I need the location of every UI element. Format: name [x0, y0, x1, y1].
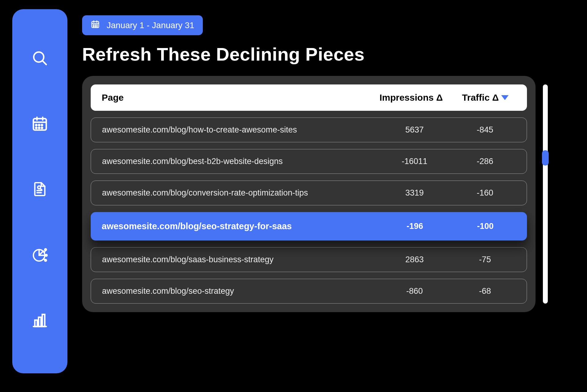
svg-point-33 [97, 24, 97, 25]
cell-impressions: 2863 [375, 255, 454, 264]
cell-page: awesomesite.com/blog/seo-strategy [102, 286, 375, 296]
svg-point-10 [39, 127, 40, 129]
svg-point-9 [36, 127, 37, 129]
cell-page: awesomesite.com/blog/saas-business-strat… [102, 255, 375, 264]
cell-traffic: -286 [454, 157, 516, 166]
sidebar-item-calendar[interactable] [30, 114, 50, 134]
cell-page: awesomesite.com/blog/conversion-rate-opt… [102, 188, 375, 198]
sidebar-item-analytics[interactable] [30, 245, 50, 265]
sidebar-item-search[interactable] [30, 49, 50, 69]
column-header-traffic[interactable]: Traffic Δ [455, 92, 516, 103]
cell-impressions: -860 [375, 286, 454, 296]
svg-point-31 [93, 24, 94, 25]
svg-point-32 [95, 24, 96, 25]
cell-impressions: -16011 [375, 157, 454, 166]
svg-rect-25 [39, 317, 41, 327]
svg-rect-26 [42, 314, 45, 327]
table-row[interactable]: awesomesite.com/blog/seo-strategy -860 -… [91, 279, 527, 304]
cell-traffic: -160 [454, 188, 516, 198]
svg-line-1 [42, 61, 46, 65]
calendar-icon [31, 115, 48, 133]
sidebar-item-bars[interactable] [30, 311, 50, 330]
cell-page: awesomesite.com/blog/best-b2b-website-de… [102, 157, 375, 166]
cell-page: awesomesite.com/blog/how-to-create-aweso… [102, 125, 375, 135]
cell-traffic: -100 [455, 222, 516, 231]
pie-chart-icon [31, 246, 48, 264]
scrollbar-thumb[interactable] [542, 150, 549, 166]
svg-point-8 [41, 125, 43, 126]
cell-impressions: -196 [375, 222, 455, 231]
cell-traffic: -845 [454, 125, 516, 135]
svg-point-34 [93, 26, 94, 27]
cell-traffic: -75 [454, 255, 516, 264]
search-icon [31, 50, 48, 68]
cell-traffic: -68 [454, 286, 516, 296]
column-header-traffic-label: Traffic Δ [462, 92, 499, 103]
document-search-icon [31, 181, 48, 199]
scrollbar-track[interactable] [543, 84, 548, 304]
column-header-page[interactable]: Page [102, 92, 368, 103]
svg-rect-24 [35, 320, 37, 327]
table-header-row: Page Impressions Δ Traffic Δ [91, 84, 527, 111]
table-row-selected[interactable]: awesomesite.com/blog/seo-strategy-for-sa… [91, 212, 527, 241]
column-header-impressions[interactable]: Impressions Δ [371, 92, 451, 103]
main-content: January 1 - January 31 Refresh These Dec… [82, 9, 548, 312]
svg-point-6 [36, 125, 37, 126]
cell-impressions: 5637 [375, 125, 454, 135]
declining-table: Page Impressions Δ Traffic Δ awesomesite… [82, 76, 536, 312]
svg-point-35 [95, 26, 96, 27]
table-row[interactable]: awesomesite.com/blog/conversion-rate-opt… [91, 181, 527, 205]
calendar-icon [91, 20, 100, 31]
cell-impressions: 3319 [375, 188, 454, 198]
cell-page: awesomesite.com/blog/seo-strategy-for-sa… [102, 221, 375, 231]
table-row[interactable]: awesomesite.com/blog/best-b2b-website-de… [91, 149, 527, 174]
page-title: Refresh These Declining Pieces [82, 44, 548, 65]
table-row[interactable]: awesomesite.com/blog/saas-business-strat… [91, 247, 527, 272]
sidebar [12, 9, 67, 373]
svg-point-11 [41, 127, 43, 129]
svg-point-7 [39, 125, 40, 126]
table-row[interactable]: awesomesite.com/blog/how-to-create-aweso… [91, 118, 527, 142]
date-range-badge[interactable]: January 1 - January 31 [82, 15, 203, 35]
date-range-text: January 1 - January 31 [107, 21, 194, 30]
bar-chart-icon [31, 312, 48, 330]
sort-descending-icon [501, 95, 509, 100]
sidebar-item-report[interactable] [30, 180, 50, 200]
svg-point-36 [97, 26, 97, 27]
